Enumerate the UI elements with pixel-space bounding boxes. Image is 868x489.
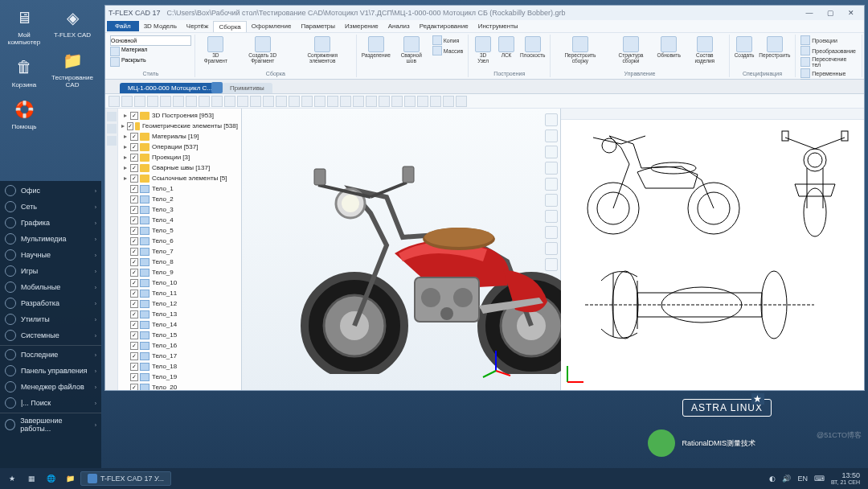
- start-button[interactable]: ★: [3, 470, 21, 487]
- model-tree[interactable]: ▸✓3D Построения [953]▸✓Геометрические эл…: [118, 109, 241, 390]
- tree-folder[interactable]: ▸✓Геометрические элементы [538]: [120, 121, 240, 131]
- tree-body[interactable]: ✓Тело_2: [120, 194, 240, 204]
- toolbar-button[interactable]: [224, 96, 235, 107]
- view-tool-icon[interactable]: [545, 242, 558, 255]
- toolbar-button[interactable]: [263, 96, 274, 107]
- desktop-icon[interactable]: 📁Тестирование CAD: [53, 47, 92, 89]
- tree-folder[interactable]: ▸✓Операции [537]: [120, 142, 240, 152]
- toolbar-button[interactable]: [404, 96, 416, 107]
- tree-body[interactable]: ✓Тело_3: [120, 204, 240, 215]
- ribbon-button[interactable]: Структура сборки: [608, 35, 653, 64]
- toolbar-button[interactable]: [121, 96, 133, 107]
- ribbon-button[interactable]: 3D Фрагмент: [199, 35, 233, 64]
- document-tab[interactable]: Примитивы: [222, 83, 272, 93]
- ribbon-button-small[interactable]: Проекции: [799, 35, 858, 45]
- close-button[interactable]: ✕: [841, 7, 861, 18]
- toolbar-button[interactable]: [211, 96, 223, 107]
- toolbar-button[interactable]: [353, 96, 364, 107]
- tree-body[interactable]: ✓Тело_9: [120, 267, 240, 277]
- view-tool-icon[interactable]: [545, 194, 558, 207]
- tree-body[interactable]: ✓Тело_15: [120, 330, 240, 340]
- toolbar-button[interactable]: [456, 96, 467, 107]
- ribbon-button[interactable]: Плоскость: [518, 35, 547, 60]
- view-tool-icon[interactable]: [545, 113, 558, 126]
- taskbar-icon[interactable]: ▦: [23, 470, 40, 487]
- desktop-icon[interactable]: 🛟Помощь: [5, 97, 43, 131]
- startmenu-item[interactable]: Игры›: [0, 263, 101, 279]
- startmenu-item[interactable]: Графика›: [0, 215, 101, 231]
- startmenu-item[interactable]: Панель управления›: [0, 363, 101, 379]
- ribbon-button[interactable]: Сварной шов: [394, 35, 429, 64]
- tree-folder[interactable]: ▸✓3D Построения [953]: [120, 110, 240, 121]
- toolbar-button[interactable]: [340, 96, 351, 107]
- toolbar-button[interactable]: [417, 96, 428, 107]
- tree-folder[interactable]: ▸✓Проекции [3]: [120, 152, 240, 162]
- view-tool-icon[interactable]: [545, 178, 558, 191]
- tray-volume-icon[interactable]: 🔊: [782, 475, 791, 483]
- menu-item[interactable]: Анализ: [383, 21, 415, 32]
- tree-body[interactable]: ✓Тело_7: [120, 246, 240, 257]
- view-tool-icon[interactable]: [545, 210, 558, 223]
- ribbon-button[interactable]: Сопряжения элементов: [293, 35, 353, 64]
- tree-body[interactable]: ✓Тело_10: [120, 277, 240, 288]
- toolbar-button[interactable]: [160, 96, 171, 107]
- tree-body[interactable]: ✓Тело_6: [120, 236, 240, 246]
- tree-body[interactable]: ✓Тело_20: [120, 382, 240, 390]
- ribbon-button-small[interactable]: Преобразование: [799, 46, 858, 55]
- tree-body[interactable]: ✓Тело_16: [120, 340, 240, 351]
- tray-lang[interactable]: EN: [797, 475, 808, 483]
- taskbar-icon[interactable]: 🌐: [42, 470, 59, 487]
- style-dropdown[interactable]: [110, 35, 191, 46]
- desktop-icon[interactable]: 🗑Корзина: [5, 55, 43, 89]
- tree-body[interactable]: ✓Тело_17: [120, 351, 240, 361]
- startmenu-item[interactable]: Системные›: [0, 327, 101, 343]
- toolbar-button[interactable]: [134, 96, 145, 107]
- tree-body[interactable]: ✓Тело_5: [120, 225, 240, 236]
- toolbar-button[interactable]: [379, 96, 390, 107]
- menu-item[interactable]: Чертёж: [182, 21, 214, 32]
- view-tool-icon[interactable]: [545, 146, 558, 158]
- toolbar-button[interactable]: [443, 96, 454, 107]
- ribbon-button-small[interactable]: Пересечение тел: [799, 56, 858, 68]
- menu-item[interactable]: Параметры: [296, 21, 340, 32]
- viewport-2d[interactable]: [561, 109, 864, 390]
- toolbar-button[interactable]: [276, 96, 287, 107]
- startmenu-item[interactable]: Завершение работы...›: [0, 413, 101, 435]
- toolbar-button[interactable]: [108, 96, 120, 107]
- tree-folder[interactable]: ▸✓Ссылочные элементы [5]: [120, 173, 240, 183]
- taskbar-icon[interactable]: 📁: [61, 470, 79, 487]
- toolbar-button[interactable]: [430, 96, 441, 107]
- ribbon-button[interactable]: Состав изделия: [684, 35, 726, 64]
- menu-item[interactable]: Редактирование: [415, 21, 473, 32]
- taskbar-task[interactable]: T-FLEX CAD 17 У...: [80, 471, 171, 486]
- tree-body[interactable]: ✓Тело_4: [120, 215, 240, 225]
- tree-folder[interactable]: ▸✓Материалы [19]: [120, 131, 240, 142]
- tree-tab-icon[interactable]: [107, 136, 117, 146]
- tree-body[interactable]: ✓Тело_13: [120, 309, 240, 319]
- ribbon-button[interactable]: Создать: [733, 35, 756, 60]
- ribbon-button[interactable]: Обновить: [656, 35, 682, 60]
- tree-body[interactable]: ✓Тело_11: [120, 288, 240, 298]
- ribbon-button-small[interactable]: Копия: [431, 35, 465, 45]
- toolbar-button[interactable]: [391, 96, 403, 107]
- tab-menu-icon[interactable]: [211, 82, 223, 93]
- ribbon-button[interactable]: ЛСК: [496, 35, 517, 60]
- startmenu-item[interactable]: Менеджер файлов›: [0, 379, 101, 395]
- minimize-button[interactable]: —: [800, 7, 819, 18]
- toolbar-button[interactable]: [147, 96, 158, 107]
- menu-item[interactable]: Инструменты: [473, 21, 523, 32]
- tree-tab-icon[interactable]: [107, 112, 117, 121]
- ribbon-button[interactable]: Создать 3D Фрагмент: [235, 35, 291, 64]
- ribbon-button[interactable]: 3D Узел: [472, 35, 494, 64]
- toolbar-button[interactable]: [186, 96, 197, 107]
- axis-gizmo[interactable]: [480, 347, 512, 379]
- startmenu-item[interactable]: Разработка›: [0, 295, 101, 311]
- document-tab[interactable]: МЦ-1-000-000 Мотоцикл С...: [120, 83, 220, 93]
- view-tool-icon[interactable]: [545, 226, 558, 239]
- startmenu-item[interactable]: Мультимедиа›: [0, 231, 101, 247]
- desktop-icon[interactable]: 🖥Мой компьютер: [5, 5, 43, 47]
- toolbar-button[interactable]: [301, 96, 313, 107]
- ribbon-button-small[interactable]: Массив: [431, 46, 465, 55]
- tree-body[interactable]: ✓Тело_12: [120, 298, 240, 309]
- tree-body[interactable]: ✓Тело_18: [120, 361, 240, 372]
